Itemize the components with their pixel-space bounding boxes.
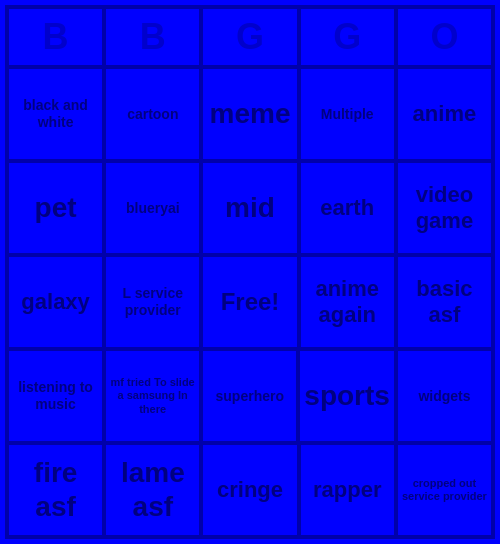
grid-cell-0-1: cartoon — [104, 67, 201, 161]
grid-row-4: fire asflame asfcringerappercropped out … — [7, 443, 493, 537]
grid-cell-3-3: sports — [298, 349, 396, 443]
header-cell-B-1: B — [104, 7, 201, 67]
grid-cell-3-0: listening to music — [7, 349, 104, 443]
grid-cell-4-4: cropped out service provider — [396, 443, 493, 537]
grid-row-2: galaxyL service providerFree!anime again… — [7, 255, 493, 349]
grid-cell-1-1: blueryai — [104, 161, 201, 255]
header-cell-B-0: B — [7, 7, 104, 67]
grid-cell-2-0: galaxy — [7, 255, 104, 349]
grid-cell-0-4: anime — [396, 67, 493, 161]
grid-row-0: black and whitecartoonmemeMultipleanime — [7, 67, 493, 161]
grid-cell-2-1: L service provider — [104, 255, 201, 349]
grid-row-1: petblueryaimidearthvideo game — [7, 161, 493, 255]
grid-cell-1-4: video game — [396, 161, 493, 255]
grid-cell-1-2: mid — [201, 161, 298, 255]
grid-cell-4-0: fire asf — [7, 443, 104, 537]
grid-cell-2-2: Free! — [201, 255, 298, 349]
grid-cell-4-3: rapper — [299, 443, 396, 537]
grid-cell-1-3: earth — [299, 161, 396, 255]
grid-cell-2-3: anime again — [299, 255, 396, 349]
grid-cell-3-2: superhero — [201, 349, 298, 443]
header-row: BBGGO — [7, 7, 493, 67]
grid-row-3: listening to musicmf tried To slide a sa… — [7, 349, 493, 443]
grid-cell-3-4: widgets — [396, 349, 493, 443]
header-cell-O-4: O — [396, 7, 493, 67]
grid-cell-0-3: Multiple — [299, 67, 396, 161]
bingo-card: BBGGO black and whitecartoonmemeMultiple… — [5, 5, 495, 539]
grid-cell-0-0: black and white — [7, 67, 104, 161]
bingo-grid: black and whitecartoonmemeMultipleanimep… — [7, 67, 493, 537]
grid-cell-1-0: pet — [7, 161, 104, 255]
header-cell-G-2: G — [201, 7, 298, 67]
grid-cell-4-2: cringe — [201, 443, 298, 537]
grid-cell-2-4: basic asf — [396, 255, 493, 349]
grid-cell-4-1: lame asf — [104, 443, 201, 537]
grid-cell-3-1: mf tried To slide a samsung In there — [104, 349, 201, 443]
grid-cell-0-2: meme — [201, 67, 298, 161]
header-cell-G-3: G — [299, 7, 396, 67]
